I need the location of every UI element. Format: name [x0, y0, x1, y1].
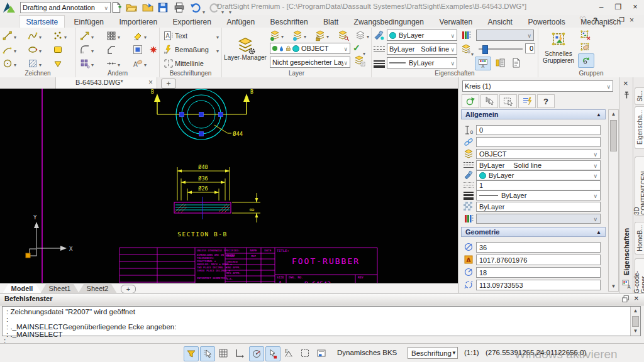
move-tool[interactable]	[80, 30, 94, 42]
polyline-tool[interactable]	[28, 30, 42, 42]
diameter-field[interactable]: 36	[476, 242, 601, 253]
quick-select-button[interactable]	[518, 94, 536, 108]
dock-tab-3d-contentcentral[interactable]: 3D CONTENTCEN...	[635, 156, 644, 216]
scroll-up-icon[interactable]: ▲	[609, 110, 618, 119]
panel-close-icon[interactable]: ×	[623, 79, 628, 88]
group-label-aendern[interactable]: Ändern	[76, 70, 159, 77]
linecolor-combo[interactable]: ByLayer	[387, 30, 457, 41]
open-file-button[interactable]	[126, 2, 137, 13]
layer-hide-tool[interactable]	[270, 29, 284, 41]
caret-down-icon[interactable]	[64, 30, 67, 41]
entity-track-icon[interactable]: E	[282, 346, 296, 360]
lineweight-combo[interactable]: ByLayer	[387, 57, 457, 69]
apply-layer-button[interactable]: ✓	[353, 43, 360, 53]
new-file-button[interactable]	[111, 2, 122, 13]
caret-down-icon[interactable]	[91, 30, 94, 41]
transparency-field[interactable]: ByLayer	[476, 202, 601, 212]
panel-help-button[interactable]: ?	[537, 94, 555, 108]
doc-close-button[interactable]: ×	[630, 16, 634, 25]
caret-down-icon[interactable]	[144, 58, 147, 69]
caret-down-icon[interactable]	[118, 58, 120, 69]
group-label-beschriftungen[interactable]: Beschriftungen	[160, 70, 221, 77]
document-tab[interactable]: B-64543.DWG* ×	[55, 77, 157, 89]
text-tool[interactable]: A Text	[164, 30, 219, 42]
tab-powertools[interactable]: Powertools	[521, 16, 571, 28]
layer-manager-label[interactable]: Layer-Manager	[222, 54, 269, 61]
transparency-slider[interactable]	[479, 45, 523, 53]
lineweight-display-icon[interactable]	[314, 346, 328, 360]
panel-pin-icon[interactable]	[623, 91, 631, 99]
caret-down-icon[interactable]	[216, 44, 219, 55]
line-tool[interactable]	[3, 30, 16, 42]
circumference-field[interactable]: 113.09733553	[476, 280, 601, 290]
edit-group-button[interactable]	[580, 41, 591, 52]
new-document-tab-button[interactable]: +	[161, 79, 176, 89]
match-properties-button[interactable]: A	[475, 57, 491, 70]
tab-startseite[interactable]: Startseite	[19, 15, 65, 28]
window-close-button[interactable]: ×	[628, 0, 643, 14]
caret-down-icon[interactable]	[91, 58, 94, 69]
save-layer-state-button[interactable]	[354, 55, 364, 68]
ellipse-tool[interactable]	[28, 43, 42, 56]
hyperlink-field[interactable]	[476, 137, 601, 147]
power-trim-tool[interactable]	[149, 43, 158, 56]
layer-freeze-tool[interactable]	[292, 29, 306, 41]
chamfer-tool[interactable]	[106, 43, 116, 56]
dock-tab-startseite[interactable]: St...	[635, 87, 644, 105]
section-header-allgemein[interactable]: Allgemein ▲	[461, 109, 606, 119]
region-tool[interactable]	[133, 43, 143, 56]
quick-group-button[interactable]	[542, 30, 575, 48]
lineweight-field[interactable]: ByLayer	[476, 190, 601, 200]
scroll-down-icon[interactable]: ▼	[631, 327, 640, 336]
hatch-tool[interactable]	[28, 57, 42, 70]
print-button[interactable]	[174, 2, 185, 13]
grid-icon[interactable]	[216, 346, 230, 360]
caret-down-icon[interactable]	[144, 30, 147, 41]
join-tool[interactable]	[106, 57, 120, 70]
tab-einfuegen[interactable]: Einfügen	[68, 16, 110, 28]
tab-verwalten[interactable]: Verwalten	[433, 16, 479, 28]
caret-down-icon[interactable]	[14, 44, 16, 55]
linestyle-field[interactable]: ByLayer Solid line	[476, 160, 601, 170]
open-sample-button[interactable]	[142, 2, 153, 13]
doc-minimize-button[interactable]: –	[610, 15, 614, 24]
page-properties-button[interactable]	[509, 57, 524, 69]
radius-field[interactable]: 18	[476, 267, 601, 278]
caret-down-icon[interactable]	[14, 58, 16, 69]
sheet-tab-sheet2[interactable]: Sheet2	[78, 284, 117, 293]
layer-field[interactable]: OBJECT	[476, 149, 601, 159]
caret-down-icon[interactable]	[471, 47, 474, 58]
selection-grips[interactable]	[180, 112, 223, 136]
command-window-titlebar[interactable]: Befehlsfenster ×	[0, 293, 644, 305]
sheet-tab-modell[interactable]: Modell	[3, 284, 42, 293]
add-sheet-button[interactable]: +	[121, 285, 136, 293]
caret-down-icon[interactable]	[326, 30, 329, 41]
centerline-tool[interactable]: Mittellinie	[164, 57, 219, 70]
doc-restore-button[interactable]: ❐	[619, 16, 625, 23]
array-tool[interactable]	[80, 57, 94, 70]
tab-blatt[interactable]: Blatt	[317, 16, 345, 28]
dock-tab-homebyme[interactable]: HomeB...	[635, 222, 644, 255]
dimension-tool[interactable]: Bemaßung	[164, 43, 219, 56]
caret-down-icon[interactable]	[304, 30, 306, 41]
group-label-layer[interactable]: Layer	[222, 70, 371, 77]
selection-window-icon[interactable]	[298, 346, 312, 360]
point-tool[interactable]	[53, 30, 67, 42]
tab-anfuegen[interactable]: Anfügen	[220, 16, 261, 28]
area-field[interactable]: 1017.87601976	[476, 255, 601, 265]
caret-down-icon[interactable]	[216, 30, 219, 41]
heart-icon[interactable]: ♡	[579, 15, 586, 24]
transparency-value-box[interactable]: 0	[525, 43, 535, 53]
quick-group-label[interactable]: Schnelles Gruppieren	[538, 50, 579, 64]
save-button[interactable]	[157, 2, 169, 13]
edit-annotation-tool[interactable]: A	[133, 57, 147, 70]
dock-tab-gcode-generator[interactable]: G-code-Gener...	[635, 258, 644, 294]
snap-filter-icon[interactable]	[184, 346, 199, 361]
scrollbar-thumb[interactable]	[632, 316, 639, 327]
properties-list-button[interactable]	[492, 57, 508, 69]
caret-down-icon[interactable]	[14, 30, 16, 41]
layer-lock-tool[interactable]	[315, 29, 329, 41]
scrollbar-thumb[interactable]	[610, 120, 617, 151]
annotation-scale-combo[interactable]: Beschriftung ▼	[408, 347, 458, 359]
selection-combo[interactable]: Kreis (1)	[462, 80, 613, 92]
